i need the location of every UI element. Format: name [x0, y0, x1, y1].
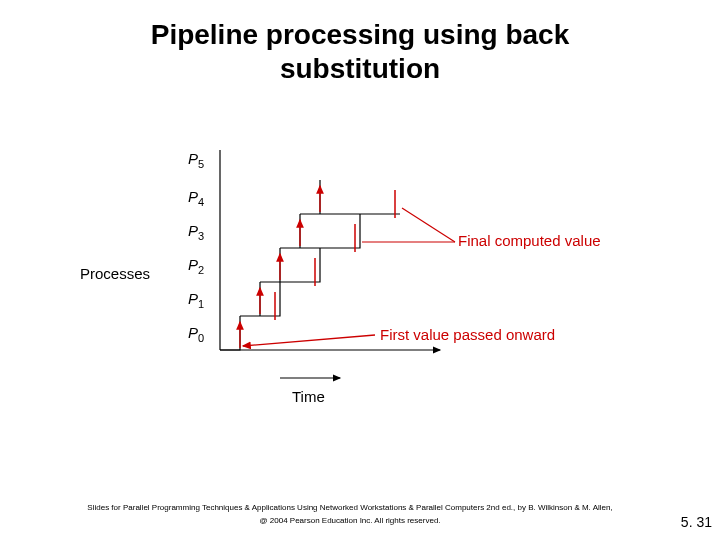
annotation-first-value: First value passed onward [380, 326, 555, 343]
diagram-svg [80, 150, 640, 450]
svg-line-6 [402, 208, 455, 242]
slide-title: Pipeline processing using back substitut… [0, 0, 720, 85]
pipeline-diagram: Processes P5 P4 P3 P2 P1 P0 [80, 150, 640, 450]
footer-line-1: Slides for Parallel Programming Techniqu… [87, 503, 612, 512]
title-line-1: Pipeline processing using back [151, 19, 570, 50]
title-line-2: substitution [280, 53, 440, 84]
svg-line-8 [243, 335, 375, 346]
annotation-final-value: Final computed value [458, 232, 601, 249]
page-number: 5. 31 [681, 514, 712, 530]
footer-attribution: Slides for Parallel Programming Techniqu… [30, 502, 670, 528]
footer-line-2: @ 2004 Pearson Education Inc. All rights… [259, 516, 440, 525]
x-axis-label: Time [292, 388, 325, 405]
